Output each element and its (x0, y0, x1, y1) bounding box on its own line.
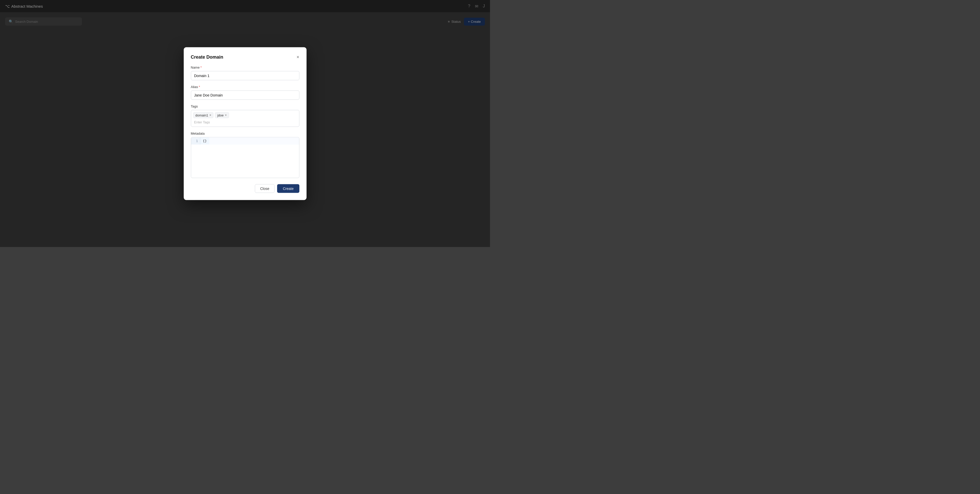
tag-chip-jdoe: jdoe × (215, 112, 229, 118)
modal-close-button[interactable]: × (297, 55, 299, 59)
editor-line-1: 1 {} (191, 137, 299, 144)
metadata-label: Metadata (191, 131, 299, 135)
close-button[interactable]: Close (255, 184, 275, 193)
tag-label-domain1: domain1 (196, 113, 208, 117)
create-domain-modal: Create Domain × Name * Alias * Tags doma… (184, 47, 307, 200)
line-content-1: {} (200, 137, 210, 144)
name-field-group: Name * (191, 65, 299, 80)
submit-create-button[interactable]: Create (277, 184, 299, 193)
line-number-1: 1 (191, 137, 200, 144)
tag-remove-jdoe[interactable]: × (225, 114, 227, 117)
modal-footer: Close Create (191, 184, 299, 193)
editor-empty-area (209, 137, 299, 144)
tags-field-group: Tags domain1 × jdoe × (191, 104, 299, 127)
tag-remove-domain1[interactable]: × (209, 114, 211, 117)
alias-required-indicator: * (199, 85, 200, 89)
metadata-field-group: Metadata 1 {} (191, 131, 299, 178)
tags-row: domain1 × jdoe × (193, 112, 297, 118)
name-input[interactable] (191, 71, 299, 80)
alias-input[interactable] (191, 90, 299, 100)
alias-label: Alias * (191, 85, 299, 89)
tag-label-jdoe: jdoe (217, 113, 224, 117)
tags-label: Tags (191, 104, 299, 108)
name-required-indicator: * (200, 65, 202, 69)
tag-chip-domain1: domain1 × (193, 112, 214, 118)
alias-field-group: Alias * (191, 85, 299, 100)
name-label: Name * (191, 65, 299, 69)
modal-title: Create Domain (191, 54, 223, 60)
metadata-editor[interactable]: 1 {} (191, 137, 299, 178)
tags-container[interactable]: domain1 × jdoe × (191, 110, 299, 127)
modal-header: Create Domain × (191, 54, 299, 60)
tags-input[interactable] (193, 120, 297, 124)
